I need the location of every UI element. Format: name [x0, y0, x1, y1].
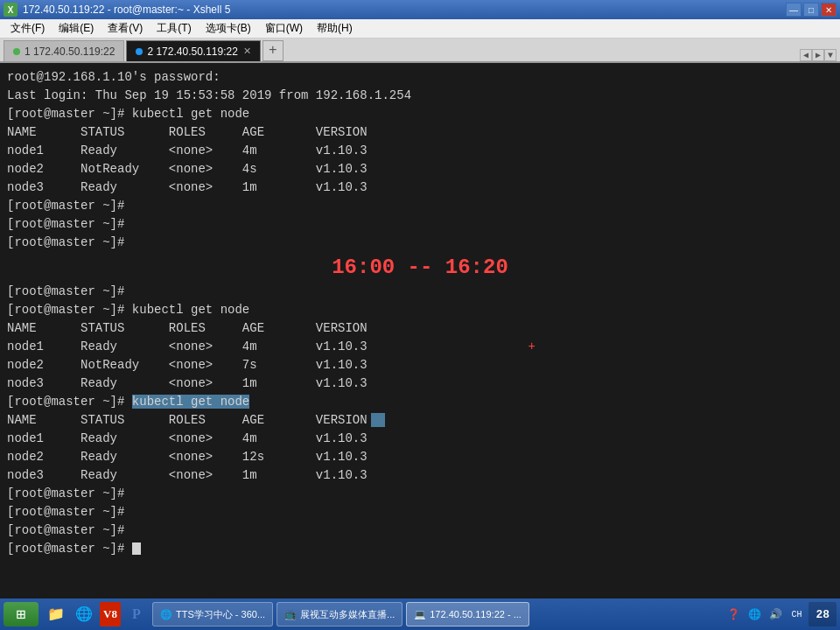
taskbar-icon-ie[interactable]: 🌐	[72, 602, 96, 626]
system-tray: ❓ 🌐 🔊 CH 28	[724, 602, 836, 626]
window-title: 172.40.50.119:22 - root@master:~ - Xshel…	[23, 4, 786, 16]
menu-edit[interactable]: 编辑(E)	[52, 19, 101, 38]
terminal-node-2-1: node1 Ready <none> 4m v1.10.3+	[7, 338, 833, 356]
minimize-button[interactable]: —	[786, 3, 802, 17]
terminal-header-2: NAME STATUS ROLES AGE VERSION	[7, 319, 833, 338]
terminal-prompt-e7: [root@master ~]#	[7, 522, 833, 540]
taskbar-tts[interactable]: 🌐 TTS学习中心 - 360...	[152, 602, 273, 626]
window-controls: — □ ✕	[786, 3, 836, 17]
taskbar-icon-p[interactable]: P	[124, 602, 149, 626]
tray-volume[interactable]: 🔊	[766, 602, 784, 626]
taskbar-media[interactable]: 📺 展视互动多媒体直播...	[276, 602, 402, 626]
start-button[interactable]: ⊞	[4, 602, 38, 626]
title-bar: X 172.40.50.119:22 - root@master:~ - Xsh…	[0, 0, 840, 19]
tray-keyboard[interactable]: CH	[788, 602, 805, 626]
terminal-node-3-1: node1 Ready <none> 4m v1.10.3	[7, 430, 833, 448]
taskbar-media-label: 展视互动多媒体直播...	[300, 608, 395, 621]
time-display: 16:00 -- 16:20	[7, 256, 833, 279]
terminal-header-3: NAME STATUS ROLES AGE VERSION	[7, 411, 833, 430]
menu-file[interactable]: 文件(F)	[4, 19, 52, 38]
terminal-node-1-2: node2 NotReady <none> 4s v1.10.3	[7, 160, 833, 178]
selection-indicator	[371, 413, 386, 427]
xshell-icon: 💻	[414, 609, 426, 620]
tab-close-2[interactable]: ✕	[243, 46, 251, 57]
menu-tools[interactable]: 工具(T)	[150, 19, 198, 38]
taskbar-tts-label: TTS学习中心 - 360...	[176, 608, 265, 621]
taskbar: ⊞ 📁 🌐 V8 P 🌐 TTS学习中心 - 360... 📺 展视互动多媒体直…	[0, 598, 840, 630]
terminal-node-1-1: node1 Ready <none> 4m v1.10.3	[7, 142, 833, 160]
tray-clock: 28	[808, 602, 836, 626]
menu-help[interactable]: 帮助(H)	[310, 19, 360, 38]
terminal-prompt-e6: [root@master ~]#	[7, 503, 833, 522]
taskbar-icon-explorer[interactable]: 📁	[44, 602, 68, 626]
tab-add-button[interactable]: +	[262, 40, 284, 61]
terminal-line-2: Last login: Thu Sep 19 15:53:58 2019 fro…	[7, 87, 833, 105]
terminal-prompt-e3: [root@master ~]#	[7, 234, 833, 252]
terminal-area[interactable]: root@192.168.1.10's password: Last login…	[0, 63, 840, 598]
media-icon: 📺	[284, 609, 297, 620]
terminal-cursor	[132, 542, 141, 555]
tab-next-button[interactable]: ▶	[812, 49, 824, 61]
terminal-header-1: NAME STATUS ROLES AGE VERSION	[7, 123, 833, 142]
tab-2[interactable]: 2 172.40.50.119:22 ✕	[126, 40, 260, 61]
terminal-node-3-3: node3 Ready <none> 1m v1.10.3	[7, 466, 833, 485]
maximize-button[interactable]: □	[803, 3, 819, 17]
menu-view[interactable]: 查看(V)	[101, 19, 150, 38]
taskbar-xshell-label: 172.40.50.119:22 - ...	[430, 609, 522, 620]
terminal-line-3: [root@master ~]# kubectl get node	[7, 105, 833, 123]
tab-status-icon-2	[136, 48, 143, 55]
terminal-node-1-3: node3 Ready <none> 1m v1.10.3	[7, 178, 833, 197]
tray-question[interactable]: ❓	[724, 602, 742, 626]
taskbar-icon-v8[interactable]: V8	[100, 602, 121, 626]
menu-bar: 文件(F) 编辑(E) 查看(V) 工具(T) 选项卡(B) 窗口(W) 帮助(…	[0, 19, 840, 38]
tab-bar: 1 172.40.50.119:22 2 172.40.50.119:22 ✕ …	[0, 38, 840, 63]
terminal-node-2-2: node2 NotReady <none> 7s v1.10.3	[7, 356, 833, 374]
terminal-prompt-e4: [root@master ~]#	[7, 283, 833, 301]
tray-network[interactable]: 🌐	[746, 602, 763, 626]
terminal-line-cmd2: [root@master ~]# kubectl get node	[7, 301, 833, 319]
menu-window[interactable]: 窗口(W)	[258, 19, 310, 38]
tab-1[interactable]: 1 172.40.50.119:22	[4, 40, 124, 61]
terminal-prompt-e2: [root@master ~]#	[7, 215, 833, 234]
tab-navigation: ◀ ▶ ▼	[800, 49, 836, 61]
tab-prev-button[interactable]: ◀	[800, 49, 812, 61]
terminal-prompt-e1: [root@master ~]#	[7, 197, 833, 215]
terminal-prompt-e5: [root@master ~]#	[7, 485, 833, 503]
terminal-node-2-3: node3 Ready <none> 1m v1.10.3	[7, 374, 833, 393]
command-selection: kubectl get node	[132, 395, 249, 409]
app-icon: X	[4, 3, 18, 17]
tts-icon: 🌐	[160, 609, 172, 620]
taskbar-xshell[interactable]: 💻 172.40.50.119:22 - ...	[406, 602, 529, 626]
tab-label-2: 2 172.40.50.119:22	[147, 46, 237, 58]
clock-number: 28	[812, 608, 833, 621]
terminal-node-3-2: node2 Ready <none> 12s v1.10.3	[7, 448, 833, 466]
terminal-prompt-cursor: [root@master ~]#	[7, 540, 833, 558]
plus-icon: +	[528, 338, 536, 356]
close-button[interactable]: ✕	[821, 3, 836, 17]
tab-label-1: 1 172.40.50.119:22	[24, 46, 115, 58]
menu-tabs[interactable]: 选项卡(B)	[199, 19, 258, 38]
tab-dropdown-button[interactable]: ▼	[824, 49, 836, 61]
terminal-prompt-highlight: [root@master ~]# kubectl get node	[7, 393, 833, 411]
tab-status-icon-1	[13, 48, 20, 55]
terminal-line-1: root@192.168.1.10's password:	[7, 68, 833, 87]
